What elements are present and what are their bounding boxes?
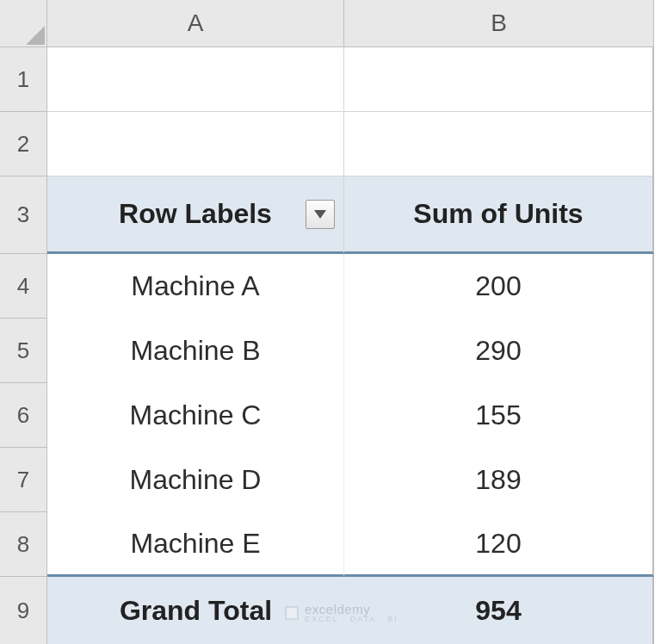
pivot-row-value[interactable]: 290 xyxy=(344,319,654,383)
pivot-row-label[interactable]: Machine B xyxy=(47,319,344,383)
row-header-3[interactable]: 3 xyxy=(0,176,47,254)
pivot-row-label[interactable]: Machine C xyxy=(47,383,344,448)
svg-rect-3 xyxy=(287,608,297,618)
svg-marker-0 xyxy=(26,26,45,45)
pivot-row-value[interactable]: 120 xyxy=(344,512,654,577)
row-header-1[interactable]: 1 xyxy=(0,47,47,112)
chevron-down-icon xyxy=(314,210,326,219)
column-header-B[interactable]: B xyxy=(344,0,654,47)
cell-A1[interactable] xyxy=(47,47,344,112)
pivot-row-value[interactable]: 200 xyxy=(344,254,654,319)
row-header-2[interactable]: 2 xyxy=(0,112,47,176)
pivot-row-label[interactable]: Machine A xyxy=(47,254,344,319)
pivot-header-sum-units[interactable]: Sum of Units xyxy=(344,176,654,254)
pivot-row-value[interactable]: 155 xyxy=(344,383,654,448)
row-header-8[interactable]: 8 xyxy=(0,512,47,577)
watermark-brand: exceldemy xyxy=(305,603,398,616)
pivot-row-value[interactable]: 189 xyxy=(344,448,654,512)
spreadsheet-grid: A B 1 2 3 Row Labels Sum of Units 4 Mach… xyxy=(0,0,661,644)
cell-B2[interactable] xyxy=(344,112,654,176)
row-header-4[interactable]: 4 xyxy=(0,254,47,319)
row-header-6[interactable]: 6 xyxy=(0,383,47,448)
watermark-tagline: EXCEL · DATA · BI xyxy=(305,616,398,623)
svg-marker-1 xyxy=(314,210,326,219)
pivot-row-label[interactable]: Machine D xyxy=(47,448,344,512)
row-header-9[interactable]: 9 xyxy=(0,577,47,644)
pivot-header-row-labels-text: Row Labels xyxy=(119,198,272,230)
row-header-5[interactable]: 5 xyxy=(0,319,47,383)
pivot-row-label[interactable]: Machine E xyxy=(47,512,344,577)
select-all-triangle-icon xyxy=(26,26,45,45)
cell-A2[interactable] xyxy=(47,112,344,176)
row-header-7[interactable]: 7 xyxy=(0,448,47,512)
select-all-corner[interactable] xyxy=(0,0,47,47)
column-header-A[interactable]: A xyxy=(47,0,344,47)
row-labels-filter-button[interactable] xyxy=(306,200,335,229)
pivot-header-row-labels[interactable]: Row Labels xyxy=(47,176,344,254)
watermark-logo-icon xyxy=(284,605,300,621)
cell-B1[interactable] xyxy=(344,47,654,112)
watermark: exceldemy EXCEL · DATA · BI xyxy=(284,603,398,623)
